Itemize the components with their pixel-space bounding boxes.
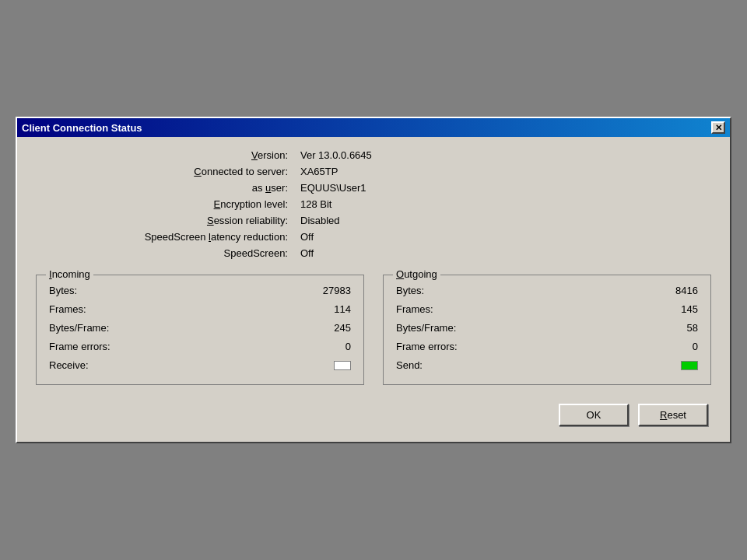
incoming-receive-row: Receive: (49, 356, 351, 371)
outgoing-bytes-value: 8416 (651, 285, 698, 296)
outgoing-frames-label: Frames: (396, 303, 433, 315)
incoming-receive-label: Receive: (49, 359, 89, 371)
speedscreen-value: Off (300, 247, 314, 259)
version-row: Version: Ver 13.0.0.6645 (36, 149, 711, 161)
title-bar: Client Connection Status ✕ (17, 118, 730, 137)
incoming-bytes-frame-value: 245 (304, 322, 351, 334)
outgoing-title: Outgoing (393, 268, 440, 280)
receive-indicator-white (334, 361, 351, 370)
user-row: as user: EQUUS\User1 (36, 182, 711, 194)
outgoing-send-indicator (651, 359, 698, 371)
incoming-frames-label: Frames: (49, 303, 86, 315)
encryption-value: 128 Bit (300, 198, 331, 210)
connected-label: Connected to server: (36, 166, 300, 177)
incoming-bytes-row: Bytes: 27983 (49, 282, 351, 296)
connected-value: XA65TP (300, 166, 338, 177)
version-label: Version: (36, 149, 300, 161)
incoming-bytes-value: 27983 (304, 285, 351, 296)
send-indicator-green (681, 361, 698, 370)
outgoing-bytes-row: Bytes: 8416 (396, 282, 698, 296)
speedscreen-latency-row: SpeedScreen latency reduction: Off (36, 231, 711, 243)
window-title: Client Connection Status (22, 122, 142, 134)
outgoing-send-row: Send: (396, 356, 698, 371)
outgoing-bytes-frame-value: 58 (651, 322, 698, 334)
incoming-bytes-frame-label: Bytes/Frame: (49, 322, 109, 334)
outgoing-frame-errors-value: 0 (651, 341, 698, 352)
incoming-bytes-label: Bytes: (49, 285, 77, 296)
outgoing-bytes-frame-label: Bytes/Frame: (396, 322, 456, 334)
incoming-frames-value: 114 (304, 303, 351, 315)
encryption-row: Encryption level: 128 Bit (36, 198, 711, 210)
incoming-group: Incoming Bytes: 27983 Frames: 114 Bytes/… (36, 275, 364, 385)
incoming-frame-errors-label: Frame errors: (49, 341, 110, 352)
reset-button[interactable]: Reset (638, 404, 708, 426)
incoming-frames-row: Frames: 114 (49, 300, 351, 315)
outgoing-frames-row: Frames: 145 (396, 300, 698, 315)
outgoing-frame-errors-row: Frame errors: 0 (396, 338, 698, 352)
speedscreen-row: SpeedScreen: Off (36, 247, 711, 259)
encryption-label: Encryption level: (36, 198, 300, 210)
connected-row: Connected to server: XA65TP (36, 166, 711, 177)
outgoing-send-label: Send: (396, 359, 423, 371)
outgoing-bytes-frame-row: Bytes/Frame: 58 (396, 319, 698, 334)
stats-section: Incoming Bytes: 27983 Frames: 114 Bytes/… (36, 275, 711, 385)
close-button[interactable]: ✕ (711, 121, 725, 134)
button-row: OK Reset (36, 404, 711, 426)
window-content: Version: Ver 13.0.0.6645 Connected to se… (17, 137, 730, 442)
outgoing-frames-value: 145 (651, 303, 698, 315)
incoming-bytes-frame-row: Bytes/Frame: 245 (49, 319, 351, 334)
outgoing-bytes-label: Bytes: (396, 285, 424, 296)
speedscreen-latency-label: SpeedScreen latency reduction: (36, 231, 300, 243)
speedscreen-label: SpeedScreen: (36, 247, 300, 259)
session-value: Disabled (300, 215, 340, 226)
outgoing-frame-errors-label: Frame errors: (396, 341, 458, 352)
incoming-frame-errors-row: Frame errors: 0 (49, 338, 351, 352)
user-label: as user: (36, 182, 300, 194)
version-value: Ver 13.0.0.6645 (300, 149, 372, 161)
ok-button[interactable]: OK (559, 404, 629, 426)
speedscreen-latency-value: Off (300, 231, 314, 243)
incoming-frame-errors-value: 0 (304, 341, 351, 352)
incoming-receive-indicator (304, 359, 351, 371)
outgoing-group: Outgoing Bytes: 8416 Frames: 145 Bytes/F… (383, 275, 711, 385)
reset-underline: R (660, 409, 667, 421)
client-connection-status-window: Client Connection Status ✕ Version: Ver … (16, 117, 731, 443)
session-row: Session reliability: Disabled (36, 215, 711, 226)
incoming-title: Incoming (46, 268, 93, 280)
user-value: EQUUS\User1 (300, 182, 366, 194)
info-section: Version: Ver 13.0.0.6645 Connected to se… (36, 149, 711, 259)
session-label: Session reliability: (36, 215, 300, 226)
